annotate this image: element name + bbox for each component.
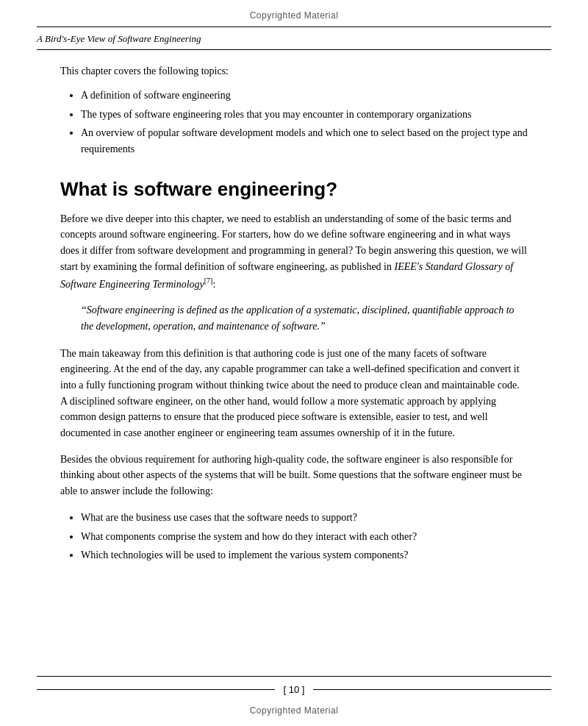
- body-paragraph-2: The main takeaway from this definition i…: [60, 346, 528, 441]
- main-content: This chapter covers the following topics…: [0, 50, 588, 676]
- list-item: The types of software engineering roles …: [81, 107, 528, 123]
- list-item: What components comprise the system and …: [81, 529, 528, 545]
- top-copyright-label: Copyrighted Material: [0, 0, 588, 26]
- section-heading: What is software engineering?: [60, 178, 528, 201]
- chapter-title: A Bird's-Eye View of Software Engineerin…: [0, 27, 588, 49]
- bottom-copyright-label: Copyrighted Material: [0, 700, 588, 726]
- list-item: Which technologies will be used to imple…: [81, 547, 528, 563]
- body-paragraph-1: Before we dive deeper into this chapter,…: [60, 211, 528, 292]
- page-container: Copyrighted Material A Bird's-Eye View o…: [0, 0, 588, 726]
- list-item: What are the business use cases that the…: [81, 510, 528, 526]
- footer-area: [ 10 ]: [0, 676, 588, 700]
- intro-bullet-list: A definition of software engineering The…: [60, 88, 528, 157]
- intro-paragraph: This chapter covers the following topics…: [60, 63, 528, 79]
- body-paragraph-3: Besides the obvious requirement for auth…: [60, 452, 528, 499]
- list-item: A definition of software engineering: [81, 88, 528, 104]
- page-number-text: [ 10 ]: [275, 684, 314, 695]
- footer-page-number: [ 10 ]: [37, 681, 551, 700]
- footer-rule: [37, 676, 551, 677]
- footer-line-left: [37, 689, 275, 690]
- footer-line-right: [313, 689, 551, 690]
- paragraph1-end: :: [212, 278, 215, 289]
- blockquote: “Software engineering is defined as the …: [81, 302, 528, 335]
- paragraph1-superscript: [7]: [204, 277, 213, 285]
- list-item: An overview of popular software developm…: [81, 125, 528, 157]
- questions-bullet-list: What are the business use cases that the…: [60, 510, 528, 563]
